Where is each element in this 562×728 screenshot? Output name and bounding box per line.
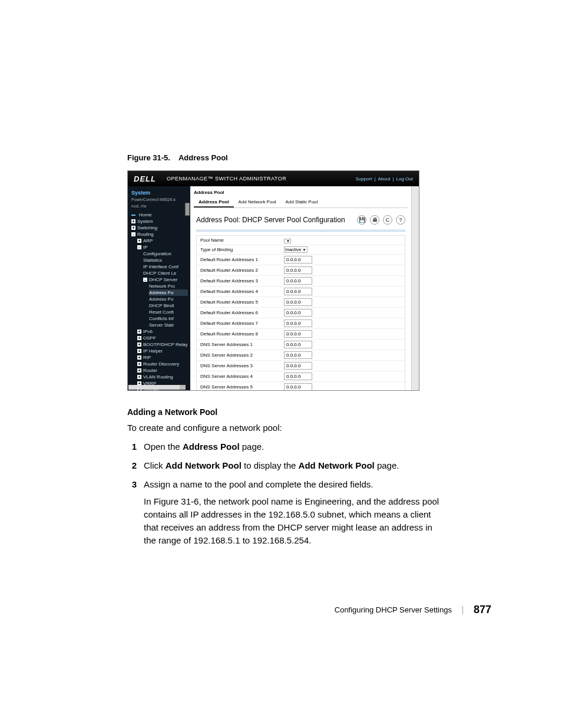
tree-item[interactable]: Server Stati [149,322,188,328]
field-input[interactable]: 0.0.0.0 [284,362,312,370]
tree-item[interactable]: Switching [131,225,188,231]
field-row: Default Router Addresses 80.0.0.0 [197,328,405,339]
field-input[interactable]: 0.0.0.0 [284,319,312,327]
tree-item[interactable]: System [131,218,188,225]
tree-item[interactable]: IP Helper [137,348,188,354]
tree-item[interactable]: Conflicts Inf [149,315,188,322]
footer-divider [462,606,463,614]
field-input[interactable]: 0.0.0.0 [284,298,312,306]
section-heading: Adding a Network Pool [127,406,439,418]
step-text: Click Add Network Pool to display the Ad… [144,459,439,472]
field-select[interactable]: Inactive▼ [284,246,308,253]
print-icon[interactable]: 🖶 [370,215,379,225]
expand-icon[interactable] [137,349,141,353]
tree-item[interactable]: RIP [137,354,188,361]
tree-item[interactable]: IPv6 [137,328,188,335]
sidebar-system[interactable]: System [131,190,188,196]
step-text: Open the Address Pool page. [144,440,439,453]
field-input[interactable]: 0.0.0.0 [284,341,312,348]
tab[interactable]: Address Pool [194,197,234,207]
field-label: Default Router Addresses 7 [197,319,282,328]
fields-table: Pool Name▼Type of BindingInactive▼Defaul… [196,235,405,390]
tab[interactable]: Add Network Pool [234,197,281,207]
refresh-icon[interactable]: C [383,215,392,225]
figure-caption-title: Address Pool [178,153,228,162]
expand-icon[interactable] [131,226,135,230]
tree-item-label: Home [139,212,151,218]
link-support[interactable]: Support [355,176,372,182]
tree-item[interactable]: Configuration [143,251,188,257]
expand-icon[interactable] [137,355,141,360]
page-number: 877 [474,604,491,616]
sidebar-hscroll[interactable] [128,385,186,390]
tree-item-label: BOOTP/DHCP Relay [143,341,187,348]
field-label: Default Router Addresses 1 [197,255,282,264]
tree-item[interactable]: Address Po [149,296,188,302]
tree-item[interactable]: OSPF [137,335,188,341]
tree-item-label: DHCP Server [149,276,177,283]
expand-icon[interactable] [137,368,141,373]
field-input[interactable]: 0.0.0.0 [284,309,312,317]
expand-icon[interactable] [137,330,141,334]
tree-item[interactable]: Network Pro [149,283,188,289]
tree-item-label: VLAN Routing [143,374,173,380]
tree-item[interactable]: Router Discovery [137,361,188,367]
content-scrollbar[interactable] [411,186,419,390]
tab[interactable]: Add Static Pool [281,197,323,207]
expand-icon[interactable] [137,362,141,366]
expand-icon[interactable] [137,239,141,243]
tree-item[interactable]: Statistics [143,257,188,263]
tree-item[interactable]: Router [137,367,188,374]
help-icon[interactable]: ? [396,215,405,225]
field-row: DNS Server Addresses 50.0.0.0 [197,381,405,390]
tree-item[interactable]: Home [131,212,188,218]
field-input[interactable]: 0.0.0.0 [284,383,312,390]
field-label: Default Router Addresses 4 [197,287,282,296]
collapse-icon[interactable] [137,245,141,249]
field-input[interactable]: 0.0.0.0 [284,266,312,274]
field-row: DNS Server Addresses 30.0.0.0 [197,360,405,371]
step: 3 Assign a name to the pool and complete… [127,478,439,547]
tree-item[interactable]: DHCP Bindi [149,302,188,309]
tree-item[interactable]: DHCP Client Le [143,270,188,276]
tree-item[interactable]: DHCP Server [143,276,188,283]
tree-item[interactable]: VLAN Routing [137,374,188,380]
field-input[interactable]: 0.0.0.0 [284,351,312,359]
field-row: DNS Server Addresses 20.0.0.0 [197,350,405,360]
expand-icon[interactable] [137,342,141,347]
field-input[interactable]: 0.0.0.0 [284,256,312,263]
tree-item[interactable]: ARP [137,238,188,244]
link-about[interactable]: About [378,176,391,182]
link-logout[interactable]: Log Out [396,176,413,182]
field-input[interactable]: 0.0.0.0 [284,373,312,380]
field-row: Default Router Addresses 70.0.0.0 [197,318,405,328]
tree-item-label: Server Stati [149,322,174,328]
save-icon[interactable]: 💾 [357,215,366,225]
chevron-down-icon: ▼ [286,239,290,243]
tree-item[interactable]: Routing [131,231,188,238]
field-input[interactable]: 0.0.0.0 [284,277,312,285]
tree-item-label: IP Helper [143,348,163,354]
sidebar-user: root, r/w [131,203,188,209]
tree-item[interactable]: Address Po [149,289,188,296]
expand-icon[interactable] [137,375,141,379]
header-links: Support | About | Log Out [355,176,413,182]
expand-icon[interactable] [131,219,135,223]
field-input[interactable]: 0.0.0.0 [284,288,312,295]
tree-item[interactable]: IP Interface Conf [143,263,188,270]
collapse-icon[interactable] [131,232,135,236]
tree-item[interactable]: BOOTP/DHCP Relay [137,341,188,348]
sidebar-scrollbar[interactable] [185,203,190,216]
expand-icon[interactable] [137,336,141,340]
field-select[interactable]: ▼ [284,239,291,243]
field-label: DNS Server Addresses 4 [197,372,282,381]
field-input[interactable]: 0.0.0.0 [284,330,312,338]
collapse-icon[interactable] [143,278,147,282]
tree-item[interactable]: IP [137,244,188,251]
field-row: Default Router Addresses 60.0.0.0 [197,307,405,318]
tree-item-label: Reset Confi [149,309,174,315]
tree-item-label: Router [143,367,157,374]
tree-item[interactable]: Reset Confi [149,309,188,315]
content-main: Address Pool Address PoolAdd Network Poo… [190,186,411,390]
tree-item-label: Address Po [149,289,173,296]
